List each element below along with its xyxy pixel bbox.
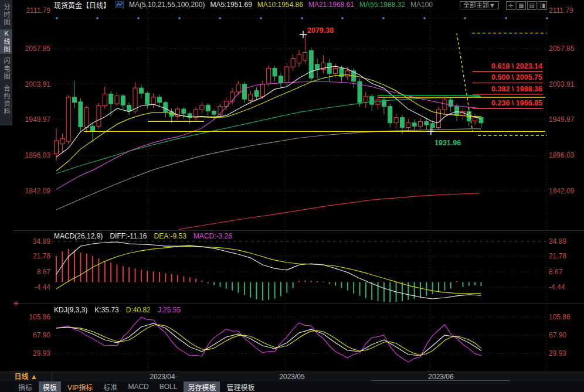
svg-text:0.618 \ 2023.14: 0.618 \ 2023.14 [491,62,542,70]
pan-icon[interactable]: ✛ [506,1,515,10]
svg-text:8.67: 8.67 [549,268,563,276]
macd-diff-value: DIFF:-11.16 [110,232,147,240]
kdj-layer [56,317,481,362]
svg-text:34.89: 34.89 [549,237,566,246]
tab-save-template[interactable]: 另存模板 [184,381,220,392]
svg-text:0.236 \ 1966.85: 0.236 \ 1966.85 [491,99,542,107]
svg-text:1896.03: 1896.03 [549,151,575,159]
svg-text:2057.85: 2057.85 [25,45,51,53]
x-axis-label-april: 2023/04 [150,372,175,381]
toolbar-icons: ✛ ▦ ▤ ◨ [506,1,547,10]
svg-text:2003.91: 2003.91 [549,80,575,88]
macd-indicator-label: MACD(26,12,9) DIFF:-11.16 DEA:-9.53 MACD… [54,232,232,240]
svg-text:2111.79: 2111.79 [549,6,573,15]
svg-text:67.90: 67.90 [549,331,566,339]
svg-text:-4.44: -4.44 [35,283,51,291]
tab-manage-templates[interactable]: 管理模板 [222,381,259,392]
tab-boll[interactable]: BOLL [155,382,182,391]
kdj-params: KDJ(9,3,3) [54,306,87,314]
svg-text:1931.96: 1931.96 [434,139,461,147]
kdj-d-value: D:40.82 [126,306,151,314]
tab-templates[interactable]: 模板 [39,381,61,392]
grid-chart-icon[interactable]: ▦ [517,1,526,10]
ma5-value: MA5:1951.69 [210,1,252,9]
indicator-settings-icon[interactable]: ✳ [13,300,19,307]
sidebar-item-contract-info[interactable]: 合约资料 [0,83,12,117]
legend-bar: 现货黄金【日线】 MA(5,10,21,55,100,200) MA5:1951… [54,1,433,9]
macd-dea-value: DEA:-9.53 [154,232,186,240]
sidebar-item-lightning-chart[interactable]: 闪电图 [0,56,12,81]
svg-text:0.382 \ 1988.36: 0.382 \ 1988.36 [491,85,542,93]
bottom-tab-bar: 指标 模板 VIP指标 标准 MACD BOLL 另存模板 管理模板 [0,381,584,392]
svg-text:1842.09: 1842.09 [25,187,51,195]
ma21-value: MA21:1968.61 [308,1,354,9]
tab-indicators[interactable]: 指标 [14,381,36,392]
svg-text:8.67: 8.67 [37,268,51,276]
svg-text:21.78: 21.78 [33,252,50,260]
ma100-value: MA100 [410,1,433,9]
tab-macd[interactable]: MACD [124,382,152,391]
kdj-k-value: K:35.73 [94,306,118,314]
chart-canvas[interactable]: 0.618 \ 2023.140.500 \ 2005.750.382 \ 19… [0,0,584,392]
ma10-value: MA10:1954.86 [257,1,303,9]
popout-icon[interactable]: ◨ [538,1,547,10]
svg-text:1949.97: 1949.97 [549,115,575,124]
tab-vip-indicators[interactable]: VIP指标 [63,381,97,392]
sidebar-item-kline-chart[interactable]: K线图 [0,29,12,54]
svg-text:105.86: 105.86 [29,313,50,321]
period-selector[interactable]: 日线 ▲ [0,372,52,381]
svg-text:105.86: 105.86 [549,313,571,321]
svg-text:67.90: 67.90 [33,331,50,339]
kdj-indicator-label: KDJ(9,3,3) K:35.73 D:40.82 J:25.55 [54,306,181,314]
macd-value: MACD:-3.26 [193,232,232,240]
x-scrollbar[interactable] [371,380,510,381]
sidebar: 分时图 K线图 闪电图 合约资料 [0,0,13,125]
kdj-j-value: J:25.55 [158,306,181,314]
instrument-title: 现货黄金【日线】 [54,0,110,10]
x-axis-label-may: 2023/05 [279,372,304,381]
svg-text:29.93: 29.93 [549,349,566,357]
ma55-value: MA55:1988.32 [359,1,405,9]
svg-text:2003.91: 2003.91 [25,80,51,88]
tab-standard[interactable]: 标准 [99,381,121,392]
ma-lines-layer [56,66,481,230]
theme-dropdown[interactable]: 全部主题▼ [460,1,499,9]
svg-text:-4.44: -4.44 [549,283,565,291]
svg-text:2111.79: 2111.79 [26,6,50,15]
mini-chart-icon [116,1,124,8]
svg-text:21.78: 21.78 [549,252,566,260]
ma-params-label: MA(5,10,21,55,100,200) [129,1,205,9]
svg-text:29.93: 29.93 [33,349,50,357]
svg-text:2057.85: 2057.85 [549,45,575,53]
axis-chart-icon[interactable]: ▤ [527,1,537,10]
svg-text:1949.97: 1949.97 [25,115,51,124]
trading-terminal: 0.618 \ 2023.140.500 \ 2005.750.382 \ 19… [0,0,584,392]
macd-params: MACD(26,12,9) [54,232,103,240]
sidebar-item-time-chart[interactable]: 分时图 [0,2,12,27]
svg-text:2079.38: 2079.38 [307,26,334,35]
svg-text:34.89: 34.89 [33,237,50,246]
svg-text:0.500 \ 2005.75: 0.500 \ 2005.75 [491,73,542,81]
period-arrow-icon: ▲ [30,373,38,381]
svg-text:1842.09: 1842.09 [549,187,575,195]
x-axis-bar: 日线 ▲ 2023/04 2023/05 2023/06 [0,371,584,382]
svg-text:1896.03: 1896.03 [25,151,51,159]
annotations-layer: 0.618 \ 2023.140.500 \ 2005.750.382 \ 19… [300,26,543,148]
